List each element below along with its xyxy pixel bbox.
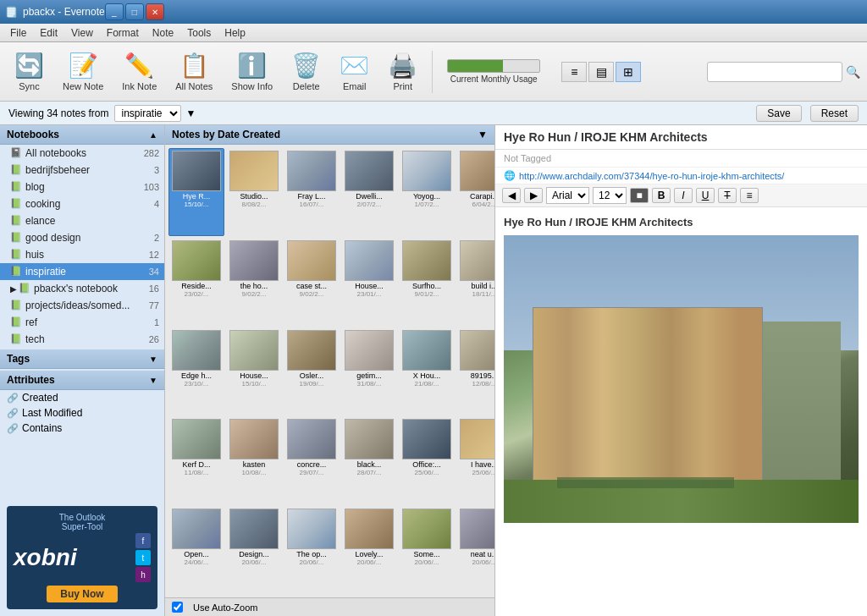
format-nav-back[interactable]: ◀ (502, 188, 521, 203)
sidebar-item-good-design[interactable]: 📗good design2 (0, 229, 164, 246)
minimize-button[interactable]: _ (105, 3, 124, 20)
note-thumbnail[interactable]: Lovely... 20/06/... (341, 506, 397, 594)
note-thumbnail[interactable]: Office:... 25/06/... (399, 416, 455, 504)
sidebar-item-pbackx-s-notebook[interactable]: ▶📗pbackx's notebook16 (0, 280, 164, 297)
menu-format[interactable]: Format (100, 25, 146, 41)
new-note-button[interactable]: 📝 New Note (55, 47, 111, 97)
menu-view[interactable]: View (64, 25, 100, 41)
note-thumbnail[interactable]: X Hou... 21/08/... (399, 327, 455, 415)
current-monthly-usage-button[interactable]: Current Monthly Usage (439, 47, 548, 97)
ad-buy-now-button[interactable]: Buy Now (47, 586, 117, 602)
note-thumbnail[interactable]: getim... 31/08/... (341, 327, 397, 415)
sidebar-item-bedrijfsbeheer[interactable]: 📗bedrijfsbeheer3 (0, 162, 164, 179)
format-nav-forward[interactable]: ▶ (524, 188, 543, 203)
list-view-button[interactable]: ≡ (561, 62, 587, 82)
email-button[interactable]: ✉️ Email (332, 47, 377, 97)
menu-file[interactable]: File (3, 25, 33, 41)
print-button[interactable]: 🖨️ Print (380, 47, 425, 97)
note-thumb-date: 20/06/... (357, 558, 382, 566)
attributes-section-header[interactable]: Attributes ▼ (0, 371, 164, 390)
search-icon[interactable]: 🔍 (846, 65, 860, 79)
attribute-item-last-modified[interactable]: 🔗Last Modified (0, 405, 164, 421)
note-thumbnail[interactable]: Some... 20/06/... (399, 506, 455, 594)
note-thumbnail[interactable]: Yoyog... 1/07/2... (399, 148, 455, 236)
save-button[interactable]: Save (756, 105, 801, 122)
notebook-count: 282 (144, 148, 159, 158)
sync-button[interactable]: 🔄 Sync (7, 47, 52, 97)
note-thumbnail[interactable]: black... 28/07/... (341, 416, 397, 504)
note-thumbnail[interactable]: Fray L... 16/07/... (284, 148, 340, 236)
delete-button[interactable]: 🗑️ Delete (284, 47, 329, 97)
auto-zoom-checkbox[interactable] (172, 602, 183, 613)
italic-button[interactable]: I (674, 188, 693, 203)
facebook-icon: f (135, 533, 151, 548)
notebooks-section-header[interactable]: Notebooks ▲ (0, 125, 164, 145)
close-button[interactable]: ✕ (146, 3, 164, 20)
note-thumbnail[interactable]: build i... 18/11/... (456, 238, 494, 326)
reset-button[interactable]: Reset (810, 105, 859, 122)
note-thumb-date: 15/10/... (242, 380, 267, 388)
maximize-button[interactable]: □ (125, 3, 144, 20)
sidebar-item-tech[interactable]: 📗tech26 (0, 331, 164, 348)
detail-view-button[interactable]: ▤ (588, 62, 614, 82)
sidebar-item-all-notebooks[interactable]: 📓All notebooks282 (0, 145, 164, 162)
note-thumbnail[interactable]: Hye R... 15/10/... (168, 148, 224, 236)
note-thumbnail[interactable]: kasten 10/08/... (226, 416, 282, 504)
notebook-select[interactable]: inspiratie (114, 105, 181, 122)
note-thumb-date: 9/01/2... (415, 290, 439, 298)
notebook-icon: 📗 (10, 249, 22, 261)
note-thumbnail[interactable]: Edge h... 23/10/... (168, 327, 224, 415)
tags-section-header[interactable]: Tags ▼ (0, 349, 164, 369)
note-thumbnail[interactable]: Dwelli... 2/07/2... (341, 148, 397, 236)
sidebar-item-projects-ideas-somed---[interactable]: 📗projects/ideas/somed...77 (0, 297, 164, 314)
note-thumbnail[interactable]: 89195... 12/08/... (456, 327, 494, 415)
note-image-thumb (287, 419, 336, 459)
sidebar-item-elance[interactable]: 📗elance (0, 212, 164, 229)
notes-header: Notes by Date Created ▼ (165, 125, 494, 145)
note-image-thumb (402, 330, 451, 371)
bold-button[interactable]: B (652, 188, 671, 203)
ink-note-button[interactable]: ✏️ Ink Note (114, 47, 164, 97)
sidebar-item-cooking[interactable]: 📗cooking4 (0, 195, 164, 212)
note-thumbnail[interactable]: the ho... 9/02/2... (226, 238, 282, 326)
note-thumbnail[interactable]: case st... 9/02/2... (284, 238, 340, 326)
attribute-item-contains[interactable]: 🔗Contains (0, 421, 164, 436)
align-button[interactable]: ≡ (740, 188, 759, 203)
note-thumb-title: Reside... (171, 282, 222, 290)
sidebar-item-huis[interactable]: 📗huis12 (0, 246, 164, 263)
sidebar-item-ref[interactable]: 📗ref1 (0, 314, 164, 331)
underline-button[interactable]: U (696, 188, 715, 203)
menu-edit[interactable]: Edit (33, 25, 64, 41)
sidebar-item-inspiratie[interactable]: 📗inspiratie34 (0, 263, 164, 280)
notebook-label: inspiratie (25, 266, 66, 278)
note-thumbnail[interactable]: The op... 20/06/... (284, 506, 340, 594)
all-notes-button[interactable]: 📋 All Notes (168, 47, 220, 97)
sidebar-item-blog[interactable]: 📗blog103 (0, 179, 164, 195)
menu-tools[interactable]: Tools (180, 25, 218, 41)
note-thumbnail[interactable]: Reside... 23/02/... (168, 238, 224, 326)
note-thumbnail[interactable]: Carapi... 6/04/2... (456, 148, 494, 236)
strikethrough-button[interactable]: T (718, 188, 737, 203)
note-thumbnail[interactable]: House... 23/01/... (341, 238, 397, 326)
attribute-item-created[interactable]: 🔗Created (0, 390, 164, 405)
note-thumbnail[interactable]: Open... 24/06/... (168, 506, 224, 594)
note-image-thumb (287, 330, 336, 371)
note-thumbnail[interactable]: House... 15/10/... (226, 327, 282, 415)
note-thumbnail[interactable]: Kerf D... 11/08/... (168, 416, 224, 504)
note-thumbnail[interactable]: Surfho... 9/01/2... (399, 238, 455, 326)
menu-help[interactable]: Help (218, 25, 252, 41)
note-thumbnail[interactable]: concre... 29/07/... (284, 416, 340, 504)
note-image-thumb (345, 151, 394, 191)
note-thumbnail[interactable]: Osler... 19/09/... (284, 327, 340, 415)
color-picker-button[interactable]: ■ (630, 188, 649, 203)
font-select[interactable]: Arial (546, 187, 589, 204)
note-thumbnail[interactable]: Design... 20/06/... (226, 506, 282, 594)
note-thumbnail[interactable]: I have... 25/06/... (456, 416, 494, 504)
grid-view-button[interactable]: ⊞ (616, 62, 641, 82)
search-input[interactable] (707, 62, 842, 82)
note-thumbnail[interactable]: Studio... 8/08/2... (226, 148, 282, 236)
show-info-button[interactable]: ℹ️ Show Info (224, 47, 280, 97)
note-thumbnail[interactable]: neat u... 20/06/... (456, 506, 494, 594)
menu-note[interactable]: Note (146, 25, 180, 41)
font-size-select[interactable]: 12 (593, 187, 627, 204)
